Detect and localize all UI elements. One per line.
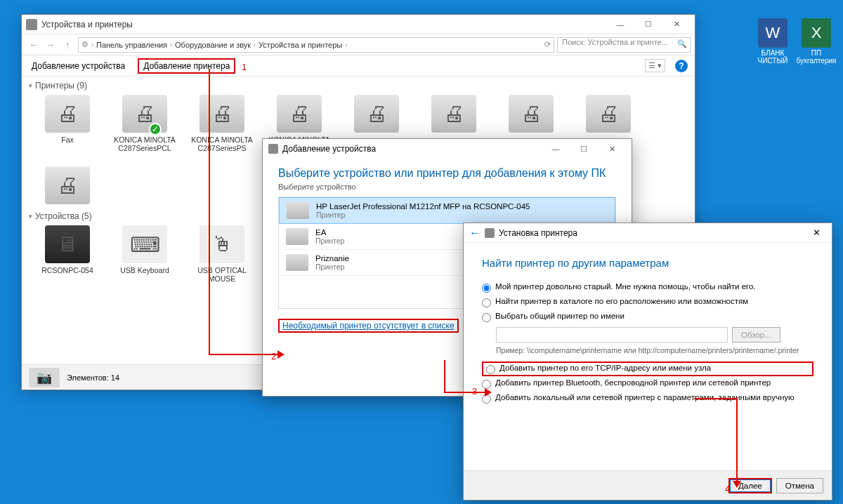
toolbar: Добавление устройства Добавление принтер… (22, 55, 695, 77)
desktop-icon-label: ПП бухгалтерия (795, 49, 837, 65)
back-button[interactable]: ← (26, 37, 41, 53)
annotation-line (694, 398, 738, 399)
printers-section-header[interactable]: ▾Принтеры (9) (22, 77, 695, 95)
dialog-icon (268, 144, 278, 154)
install-printer-dialog: ← Установка принтера ✕ Найти принтер по … (463, 223, 832, 500)
printer-icon (287, 202, 309, 219)
status-count: Элементов: 14 (67, 373, 119, 382)
view-dropdown[interactable]: ☰ ▾ (645, 59, 665, 72)
radio-bluetooth[interactable]: Добавить принтер Bluetooth, беспроводной… (482, 376, 813, 391)
printer-item[interactable]: 🖨Fax (36, 95, 99, 152)
dialog-title: Добавление устройства (282, 144, 376, 154)
annotation-arrowhead (733, 481, 741, 488)
printer-icon: 🖨 (586, 95, 631, 133)
minimize-button[interactable]: — (606, 15, 634, 34)
cancel-button[interactable]: Отмена (776, 478, 823, 493)
example-text: Пример: \\computername\printername или h… (496, 345, 813, 356)
forward-button[interactable]: → (43, 37, 58, 53)
annotation-number: 4 (725, 484, 730, 494)
annotation-line (209, 69, 210, 355)
annotation-line (209, 354, 277, 355)
dialog-subtext: Выберите устройство (278, 183, 616, 191)
dialog-title: Установка принтера (499, 228, 577, 238)
printer-icon (286, 228, 308, 245)
printer-icon: 🖨 (431, 95, 476, 133)
mouse-icon: 🖱 (200, 225, 244, 263)
pc-icon: 🖥 (45, 225, 90, 263)
up-button[interactable]: ↑ (60, 37, 75, 53)
address-bar: ← → ↑ ⚙› Панель управления› Оборудование… (22, 34, 695, 55)
titlebar: Устройства и принтеры — ☐ ✕ (22, 15, 695, 34)
status-thumb-icon: 📷 (29, 368, 60, 387)
browse-button[interactable]: Обзор... (732, 327, 780, 343)
radio-catalog[interactable]: Найти принтер в каталоге по его располож… (482, 295, 813, 310)
desktop-icon-excel[interactable]: X ПП бухгалтерия (795, 18, 837, 65)
printer-icon: 🖨✓ (122, 95, 167, 133)
printer-not-listed-link[interactable]: Необходимый принтер отсутствует в списке (278, 319, 459, 333)
dialog-footer: Далее Отмена (464, 470, 832, 500)
window-title: Устройства и принтеры (41, 20, 133, 29)
annotation-line (444, 392, 485, 393)
fax-icon: 🖨 (45, 95, 90, 133)
printer-icon (485, 228, 495, 238)
keyboard-icon: ⌨ (122, 225, 167, 263)
search-input[interactable]: Поиск: Устройства и принте... (557, 37, 691, 53)
device-item[interactable]: 🖱USB OPTICAL MOUSE (190, 225, 254, 291)
annotation-line (736, 398, 738, 481)
maximize-button[interactable]: ☐ (634, 15, 662, 34)
printer-icon: 🖨 (354, 95, 399, 133)
radio-shared[interactable]: Выбрать общий принтер по имени (482, 310, 813, 324)
dialog-heading: Выберите устройство или принтер для доба… (278, 167, 616, 180)
desktop-icon-word[interactable]: W БЛАНК ЧИСТЫЙ (752, 18, 794, 65)
close-button[interactable]: ✕ (804, 225, 829, 240)
printer-icon (286, 254, 308, 271)
close-button[interactable]: ✕ (662, 15, 691, 34)
help-icon[interactable]: ? (675, 60, 688, 72)
close-button[interactable]: ✕ (598, 140, 626, 158)
device-item[interactable]: ⌨USB Keyboard (113, 225, 176, 291)
printer-item[interactable]: 🖨KONICA MINOLTA C287SeriesPS (190, 95, 254, 152)
annotation-number: 3 (472, 386, 477, 397)
add-device-button[interactable]: Добавление устройства (29, 58, 128, 74)
annotation-number: 1 (242, 62, 247, 72)
breadcrumb[interactable]: ⚙› Панель управления› Оборудование и зву… (78, 37, 554, 53)
radio-tcpip[interactable]: Добавить принтер по его TCP/IP-адресу ил… (482, 362, 813, 376)
annotation-number: 2 (271, 351, 276, 362)
window-icon (26, 19, 37, 30)
add-printer-button[interactable]: Добавление принтера (138, 58, 235, 74)
annotation-arrowhead (277, 350, 285, 359)
annotation-arrowhead (485, 388, 492, 397)
excel-icon: X (802, 18, 831, 48)
printer-icon: 🖨 (509, 95, 554, 133)
minimize-button[interactable]: — (542, 140, 570, 158)
shared-printer-input[interactable] (496, 327, 728, 343)
radio-local[interactable]: Добавить локальный или сетевой принтер с… (482, 391, 813, 406)
device-item[interactable]: 🖥RCSONPC-054 (36, 225, 99, 291)
annotation-line (444, 360, 445, 393)
dialog-titlebar: ← Установка принтера ✕ (464, 223, 832, 243)
desktop-icon-label: БЛАНК ЧИСТЫЙ (752, 49, 794, 65)
printer-item[interactable]: 🖨 (36, 166, 99, 207)
back-button[interactable]: ← (469, 227, 481, 239)
printer-icon: 🖨 (277, 95, 322, 133)
printer-icon: 🖨 (200, 95, 244, 133)
printer-icon: 🖨 (45, 166, 90, 204)
printer-item[interactable]: 🖨✓KONICA MINOLTA C287SeriesPCL (113, 95, 176, 152)
dialog-heading: Найти принтер по другим параметрам (482, 257, 813, 269)
word-icon: W (758, 18, 788, 48)
device-list-item[interactable]: HP LaserJet Professional M1212nf MFP на … (279, 197, 615, 224)
dialog-titlebar: Добавление устройства — ☐ ✕ (263, 139, 632, 159)
maximize-button[interactable]: ☐ (570, 140, 598, 158)
radio-old-printer[interactable]: Мой принтер довольно старый. Мне нужна п… (482, 280, 813, 295)
